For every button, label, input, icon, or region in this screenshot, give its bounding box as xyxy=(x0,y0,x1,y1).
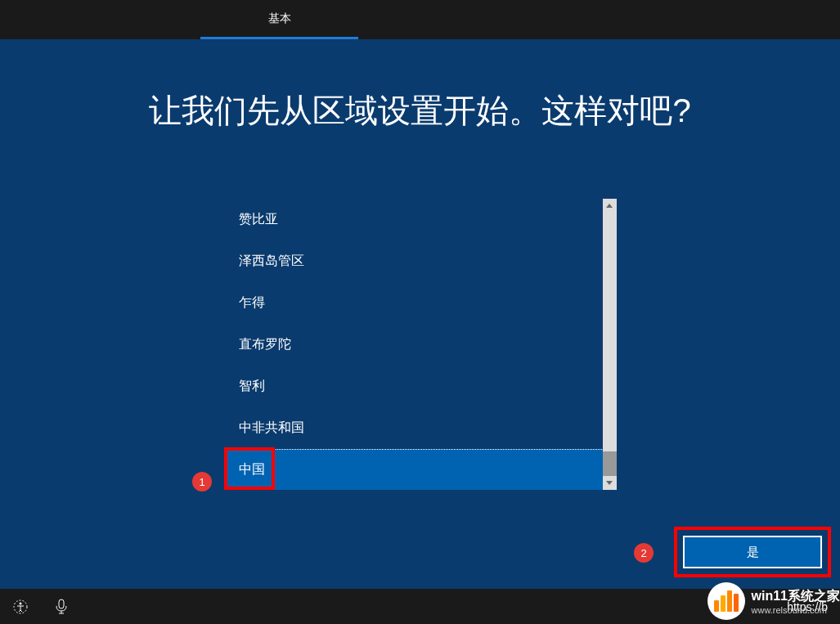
annotation-badge-2: 2 xyxy=(634,543,654,563)
svg-point-1 xyxy=(20,602,22,604)
region-item[interactable]: 智利 xyxy=(224,366,617,407)
region-item[interactable]: 中非共和国 xyxy=(224,407,617,449)
yes-button-label: 是 xyxy=(747,545,759,560)
annotation-badge-1: 1 xyxy=(192,472,212,492)
bottom-bar-left xyxy=(12,599,70,615)
page-title: 让我们先从区域设置开始。这样对吧? xyxy=(149,88,690,133)
watermark: win11系统之家 www.relsound.com xyxy=(707,582,840,620)
region-item[interactable]: 乍得 xyxy=(224,282,617,324)
svg-rect-2 xyxy=(59,599,64,608)
region-item[interactable]: 直布罗陀 xyxy=(224,324,617,366)
region-item[interactable]: 泽西岛管区 xyxy=(224,240,617,282)
yes-button[interactable]: 是 xyxy=(683,536,822,568)
scrollbar-up-icon[interactable] xyxy=(603,199,617,213)
main-content: 让我们先从区域设置开始。这样对吧? 赞比亚 泽西岛管区 乍得 直布罗陀 智利 中… xyxy=(0,39,840,490)
watermark-url: www.relsound.com xyxy=(752,605,840,615)
region-item-selected[interactable]: 中国 xyxy=(224,449,617,490)
annotation-highlight-2: 是 xyxy=(674,527,831,577)
microphone-icon[interactable] xyxy=(53,599,70,615)
region-item[interactable]: 赞比亚 xyxy=(224,199,617,240)
scrollbar[interactable] xyxy=(603,199,617,490)
top-bar: 基本 xyxy=(0,0,840,39)
tab-basic[interactable]: 基本 xyxy=(200,0,358,39)
watermark-text: win11系统之家 www.relsound.com xyxy=(752,588,840,615)
tab-label: 基本 xyxy=(268,11,291,26)
region-list[interactable]: 赞比亚 泽西岛管区 乍得 直布罗陀 智利 中非共和国 中国 xyxy=(224,199,617,490)
watermark-title: win11系统之家 xyxy=(752,588,840,605)
watermark-logo-icon xyxy=(707,582,745,620)
accessibility-icon[interactable] xyxy=(12,599,29,615)
region-list-container: 赞比亚 泽西岛管区 乍得 直布罗陀 智利 中非共和国 中国 xyxy=(224,199,617,490)
scrollbar-down-icon[interactable] xyxy=(603,476,617,490)
scrollbar-thumb[interactable] xyxy=(603,451,617,476)
